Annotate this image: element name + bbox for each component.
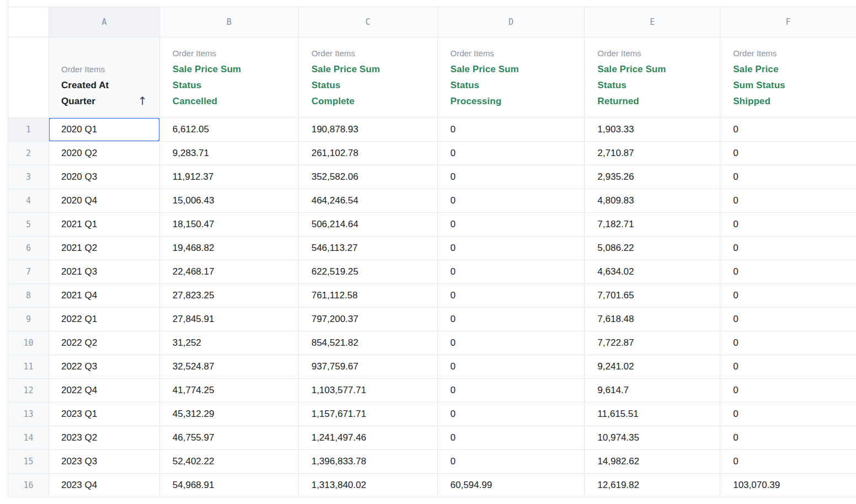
cell[interactable]: 10,974.35 — [585, 426, 720, 449]
column-letter-e[interactable]: E — [585, 7, 720, 37]
row-number[interactable]: 16 — [8, 474, 49, 497]
cell[interactable]: 261,102.78 — [299, 142, 438, 165]
cell[interactable]: 0 — [438, 379, 585, 402]
column-letter-d[interactable]: D — [438, 7, 585, 37]
column-letter-b[interactable]: B — [160, 7, 299, 37]
cell[interactable]: 1,396,833.78 — [299, 450, 438, 473]
cell[interactable]: 15,006.43 — [160, 189, 299, 212]
cell[interactable]: 2022 Q4 — [49, 379, 160, 402]
cell[interactable]: 1,903.33 — [585, 118, 720, 141]
cell[interactable]: 0 — [720, 237, 856, 260]
cell[interactable]: 0 — [720, 142, 856, 165]
cell[interactable]: 0 — [720, 403, 856, 426]
cell[interactable]: 352,582.06 — [299, 165, 438, 189]
cell[interactable]: 27,823.25 — [160, 284, 299, 307]
cell[interactable]: 0 — [438, 450, 585, 473]
cell[interactable]: 0 — [438, 165, 585, 189]
cell[interactable]: 0 — [720, 426, 856, 449]
cell[interactable]: 2021 Q4 — [49, 284, 160, 307]
cell[interactable]: 45,312.29 — [160, 403, 299, 426]
row-number[interactable]: 1 — [8, 118, 49, 141]
cell[interactable]: 9,614.7 — [585, 379, 720, 402]
row-number[interactable]: 2 — [8, 142, 49, 165]
cell[interactable]: 12,619.82 — [585, 474, 720, 497]
cell[interactable]: 546,113.27 — [299, 237, 438, 260]
cell[interactable]: 797,200.37 — [299, 308, 438, 331]
cell[interactable]: 2023 Q3 — [49, 450, 160, 473]
cell[interactable]: 1,103,577.71 — [299, 379, 438, 402]
cell[interactable]: 46,755.97 — [160, 426, 299, 449]
cell[interactable]: 54,968.91 — [160, 474, 299, 497]
cell[interactable]: 0 — [438, 213, 585, 236]
cell[interactable]: 2023 Q2 — [49, 426, 160, 449]
cell[interactable]: 52,402.22 — [160, 450, 299, 473]
cell[interactable]: 9,283.71 — [160, 142, 299, 165]
cell[interactable]: 7,182.71 — [585, 213, 720, 236]
cell[interactable]: 2020 Q2 — [49, 142, 160, 165]
cell[interactable]: 0 — [720, 213, 856, 236]
cell[interactable]: 854,521.82 — [299, 331, 438, 355]
cell[interactable]: 4,809.83 — [585, 189, 720, 212]
cell[interactable]: 103,070.39 — [720, 474, 856, 497]
cell[interactable]: 32,524.87 — [160, 355, 299, 378]
cell[interactable]: 1,157,671.71 — [299, 403, 438, 426]
cell[interactable]: 0 — [438, 308, 585, 331]
row-number[interactable]: 14 — [8, 426, 49, 449]
cell[interactable]: 0 — [720, 379, 856, 402]
cell[interactable]: 2023 Q1 — [49, 403, 160, 426]
column-letter-a[interactable]: A — [49, 7, 160, 37]
cell[interactable]: 11,615.51 — [585, 403, 720, 426]
row-number[interactable]: 15 — [8, 450, 49, 473]
column-letter-f[interactable]: F — [720, 7, 856, 37]
cell[interactable]: 0 — [438, 355, 585, 378]
field-header-shipped[interactable]: Order Items Sale Price Sum Status Shippe… — [720, 37, 856, 117]
cell[interactable]: 2021 Q3 — [49, 260, 160, 283]
cell[interactable]: 0 — [438, 284, 585, 307]
cell[interactable]: 2023 Q4 — [49, 474, 160, 497]
cell[interactable]: 2,710.87 — [585, 142, 720, 165]
cell[interactable]: 190,878.93 — [299, 118, 438, 141]
cell[interactable]: 937,759.67 — [299, 355, 438, 378]
cell[interactable]: 7,618.48 — [585, 308, 720, 331]
cell[interactable]: 0 — [720, 308, 856, 331]
row-number[interactable]: 13 — [8, 403, 49, 426]
cell[interactable]: 9,241.02 — [585, 355, 720, 378]
row-number[interactable]: 12 — [8, 379, 49, 402]
selected-cell[interactable]: 2020 Q1 — [49, 118, 160, 141]
cell[interactable]: 0 — [720, 118, 856, 141]
cell[interactable]: 2021 Q2 — [49, 237, 160, 260]
cell[interactable]: 60,594.99 — [438, 474, 585, 497]
cell[interactable]: 0 — [438, 189, 585, 212]
cell[interactable]: 2022 Q1 — [49, 308, 160, 331]
cell[interactable]: 2021 Q1 — [49, 213, 160, 236]
cell[interactable]: 2020 Q4 — [49, 189, 160, 212]
cell[interactable]: 7,701.65 — [585, 284, 720, 307]
cell[interactable]: 7,722.87 — [585, 331, 720, 355]
column-letter-c[interactable]: C — [299, 7, 438, 37]
cell[interactable]: 0 — [720, 355, 856, 378]
cell[interactable]: 31,252 — [160, 331, 299, 355]
cell[interactable]: 14,982.62 — [585, 450, 720, 473]
field-header-created-at-quarter[interactable]: Order Items Created At Quarter ↑ — [49, 37, 160, 117]
field-header-returned[interactable]: Order Items Sale Price Sum Status Return… — [585, 37, 720, 117]
row-number[interactable]: 3 — [8, 165, 49, 189]
cell[interactable]: 41,774.25 — [160, 379, 299, 402]
cell[interactable]: 0 — [438, 260, 585, 283]
cell[interactable]: 622,519.25 — [299, 260, 438, 283]
corner-cell[interactable] — [8, 7, 49, 37]
cell[interactable]: 2,935.26 — [585, 165, 720, 189]
cell[interactable]: 19,468.82 — [160, 237, 299, 260]
cell[interactable]: 1,313,840.02 — [299, 474, 438, 497]
cell[interactable]: 0 — [720, 450, 856, 473]
cell[interactable]: 22,468.17 — [160, 260, 299, 283]
cell[interactable]: 11,912.37 — [160, 165, 299, 189]
cell[interactable]: 2022 Q2 — [49, 331, 160, 355]
cell[interactable]: 0 — [438, 403, 585, 426]
cell[interactable]: 0 — [438, 142, 585, 165]
row-number[interactable]: 8 — [8, 284, 49, 307]
cell[interactable]: 761,112.58 — [299, 284, 438, 307]
cell[interactable]: 1,241,497.46 — [299, 426, 438, 449]
field-header-cancelled[interactable]: Order Items Sale Price Sum Status Cancel… — [160, 37, 299, 117]
cell[interactable]: 2022 Q3 — [49, 355, 160, 378]
cell[interactable]: 0 — [438, 331, 585, 355]
